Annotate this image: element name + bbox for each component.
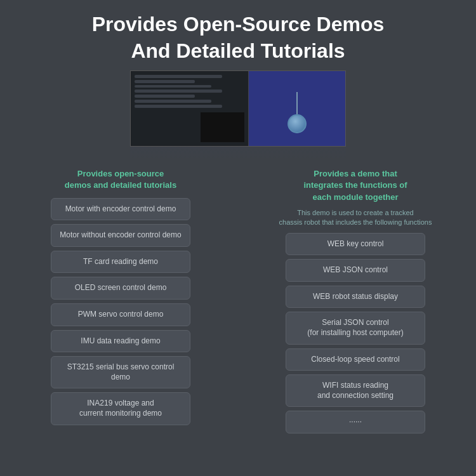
code-line-3 <box>135 85 211 88</box>
pendulum-circle <box>288 114 307 133</box>
code-line-2 <box>135 80 195 83</box>
col-right: Provides a demo thatintegrates the funct… <box>244 168 466 476</box>
code-line-7 <box>135 105 222 108</box>
btn-ina219[interactable]: INA219 voltage andcurrent monitoring dem… <box>51 392 190 425</box>
btn-wifi-status[interactable]: WIFI status readingand connection settin… <box>286 374 425 407</box>
btn-web-json[interactable]: WEB JSON control <box>286 259 425 282</box>
code-line-1 <box>135 75 222 78</box>
btn-more[interactable]: ······ <box>286 411 425 433</box>
dark-preview-block <box>201 112 244 143</box>
btn-oled[interactable]: OLED screen control demo <box>51 277 190 300</box>
screenshot-preview <box>130 70 346 147</box>
btn-st3215[interactable]: ST3215 serial bus servo control demo <box>51 356 190 388</box>
btn-tf-card[interactable]: TF card reading demo <box>51 251 190 274</box>
btn-pwm-servo[interactable]: PWM servo control demo <box>51 303 190 326</box>
page-title: Provides Open-Source Demos And Detailed … <box>79 11 397 64</box>
two-column-layout: Provides open-sourcedemos and detailed t… <box>10 168 466 476</box>
col-left: Provides open-sourcedemos and detailed t… <box>10 168 232 476</box>
title-line2: And Detailed Tutorials <box>131 39 345 62</box>
col-left-heading: Provides open-sourcedemos and detailed t… <box>58 168 183 191</box>
screenshot-right-panel <box>249 71 345 146</box>
btn-closed-loop[interactable]: Closed-loop speed control <box>286 348 425 371</box>
page-container: Provides Open-Source Demos And Detailed … <box>0 0 476 476</box>
btn-imu[interactable]: IMU data reading demo <box>51 330 190 353</box>
col-right-subtext: This demo is used to create a trackedcha… <box>273 208 439 228</box>
pendulum-line <box>296 92 298 114</box>
code-line-6 <box>135 100 211 103</box>
screenshot-reflection <box>130 147 346 159</box>
code-line-4 <box>135 89 222 93</box>
btn-motor-encoder[interactable]: Motor with encoder control demo <box>51 198 190 221</box>
btn-motor-no-encoder[interactable]: Motor without encoder control demo <box>51 224 190 247</box>
btn-web-key[interactable]: WEB key control <box>286 233 425 256</box>
screenshot-left-panel <box>131 71 249 146</box>
btn-serial-json[interactable]: Serial JSON control(for installing host … <box>286 312 425 344</box>
btn-web-robot-status[interactable]: WEB robot status display <box>286 286 425 308</box>
code-line-5 <box>135 95 195 98</box>
title-line1: Provides Open-Source Demos <box>92 13 385 36</box>
col-right-heading: Provides a demo thatintegrates the funct… <box>303 168 407 203</box>
